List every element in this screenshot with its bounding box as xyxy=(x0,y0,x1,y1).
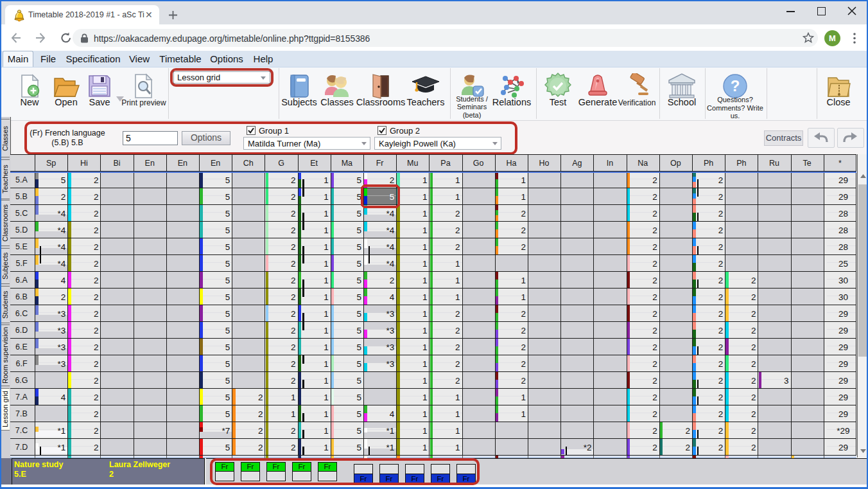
svg-text:2: 2 xyxy=(258,393,263,402)
svg-text:2: 2 xyxy=(718,242,724,252)
svg-text:1: 1 xyxy=(422,409,428,419)
svg-text:5: 5 xyxy=(356,342,361,352)
svg-text:6.B: 6.B xyxy=(15,292,28,301)
svg-text:*1: *1 xyxy=(386,443,394,452)
svg-text:2: 2 xyxy=(61,192,66,202)
svg-text:*4: *4 xyxy=(57,209,65,218)
svg-text:5: 5 xyxy=(356,259,361,269)
svg-text:Ph: Ph xyxy=(704,159,713,168)
svg-text:5: 5 xyxy=(356,242,361,252)
svg-text:2: 2 xyxy=(291,192,296,202)
svg-text:*4: *4 xyxy=(386,259,394,269)
svg-text:2: 2 xyxy=(718,292,724,302)
svg-text:*2: *2 xyxy=(584,443,592,452)
svg-text:5: 5 xyxy=(225,309,230,319)
svg-text:2: 2 xyxy=(718,326,724,335)
svg-text:1: 1 xyxy=(455,175,460,185)
svg-text:2: 2 xyxy=(291,376,296,386)
svg-text:1: 1 xyxy=(521,192,526,202)
svg-text:2: 2 xyxy=(751,426,756,436)
svg-text:*3: *3 xyxy=(386,326,394,335)
svg-text:28: 28 xyxy=(838,226,848,235)
svg-text:6.A: 6.A xyxy=(15,276,28,285)
svg-text:28: 28 xyxy=(838,209,848,218)
svg-text:En: En xyxy=(145,159,155,168)
svg-text:5: 5 xyxy=(225,376,230,386)
svg-text:5: 5 xyxy=(225,359,230,369)
svg-text:1: 1 xyxy=(422,376,428,386)
svg-text:*4: *4 xyxy=(386,209,394,218)
svg-text:1: 1 xyxy=(521,276,526,285)
svg-text:2: 2 xyxy=(652,192,657,202)
svg-text:2: 2 xyxy=(455,359,460,369)
svg-text:1: 1 xyxy=(422,309,428,319)
svg-text:2: 2 xyxy=(652,175,657,185)
svg-text:6.D: 6.D xyxy=(15,326,28,335)
svg-text:2: 2 xyxy=(751,342,756,352)
svg-text:2: 2 xyxy=(751,443,756,452)
svg-text:2: 2 xyxy=(94,276,99,285)
svg-text:2: 2 xyxy=(521,376,526,386)
svg-text:6.F: 6.F xyxy=(15,359,27,368)
svg-text:Bi: Bi xyxy=(113,159,120,168)
svg-text:2: 2 xyxy=(94,226,99,235)
svg-text:*3: *3 xyxy=(57,309,65,319)
svg-text:2: 2 xyxy=(94,409,99,419)
svg-text:*3: *3 xyxy=(57,359,65,369)
svg-text:1: 1 xyxy=(422,326,428,335)
svg-text:2: 2 xyxy=(455,376,460,386)
svg-text:2: 2 xyxy=(718,175,724,185)
svg-text:?: ? xyxy=(731,77,740,94)
svg-text:2: 2 xyxy=(94,342,99,352)
svg-text:2: 2 xyxy=(751,276,756,285)
svg-text:2: 2 xyxy=(718,276,724,285)
svg-text:5: 5 xyxy=(356,292,361,302)
svg-text:7.D: 7.D xyxy=(15,443,28,452)
svg-text:Ru: Ru xyxy=(769,159,779,168)
svg-text:2: 2 xyxy=(718,409,724,419)
svg-text:5: 5 xyxy=(225,276,230,285)
svg-text:5: 5 xyxy=(390,192,395,202)
svg-text:1: 1 xyxy=(324,309,329,319)
svg-text:29: 29 xyxy=(838,359,848,369)
svg-text:Ho: Ho xyxy=(539,159,550,168)
svg-text:2: 2 xyxy=(521,242,526,252)
svg-text:2: 2 xyxy=(390,175,395,185)
svg-text:2: 2 xyxy=(652,326,657,335)
svg-text:2: 2 xyxy=(94,292,99,302)
svg-text:2: 2 xyxy=(291,209,296,218)
svg-text:2: 2 xyxy=(94,426,99,436)
svg-text:Hi: Hi xyxy=(80,159,88,168)
svg-text:1: 1 xyxy=(324,242,329,252)
svg-text:5: 5 xyxy=(225,242,230,252)
svg-text:2: 2 xyxy=(291,359,296,369)
svg-text:2: 2 xyxy=(751,309,756,319)
svg-text:5: 5 xyxy=(225,326,230,335)
svg-text:2: 2 xyxy=(455,209,460,218)
svg-text:2: 2 xyxy=(718,342,724,352)
svg-text:*: * xyxy=(838,159,842,168)
svg-text:2: 2 xyxy=(718,309,724,319)
svg-text:Sp: Sp xyxy=(46,159,56,168)
svg-text:1: 1 xyxy=(324,259,329,269)
svg-text:2: 2 xyxy=(291,292,296,302)
svg-text:5: 5 xyxy=(225,393,230,402)
svg-text:In: In xyxy=(607,159,613,168)
svg-text:7.A: 7.A xyxy=(15,393,28,402)
svg-text:*29: *29 xyxy=(837,426,849,436)
svg-text:28: 28 xyxy=(838,242,848,252)
svg-text:Pa: Pa xyxy=(440,159,450,168)
svg-text:5: 5 xyxy=(356,309,361,319)
svg-text:1: 1 xyxy=(324,226,329,235)
svg-text:Ag: Ag xyxy=(572,159,582,168)
svg-text:2: 2 xyxy=(390,276,395,285)
svg-text:2: 2 xyxy=(652,342,657,352)
svg-text:2: 2 xyxy=(751,326,756,335)
svg-text:2: 2 xyxy=(291,426,296,436)
svg-text:2: 2 xyxy=(685,443,690,452)
svg-text:5: 5 xyxy=(356,209,361,218)
svg-text:2: 2 xyxy=(718,393,724,402)
svg-text:*7: *7 xyxy=(221,426,230,436)
svg-text:Na: Na xyxy=(638,159,648,168)
svg-text:5: 5 xyxy=(225,175,230,185)
